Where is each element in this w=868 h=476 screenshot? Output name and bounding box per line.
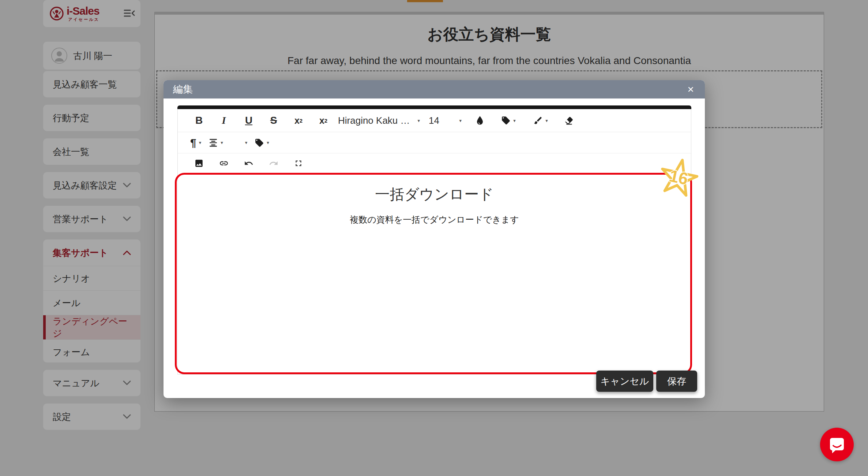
- edit-modal: 編集 × B I U S x2 x2 Hiragino Kaku … ▾: [164, 80, 705, 398]
- subscript-button[interactable]: x2: [286, 115, 311, 126]
- image-icon: [194, 159, 204, 168]
- rich-text-editor: B I U S x2 x2 Hiragino Kaku … ▾ 14 ▾: [177, 105, 691, 375]
- chevron-down-icon: ▾: [417, 118, 420, 123]
- toolbar-row-1: B I U S x2 x2 Hiragino Kaku … ▾ 14 ▾: [178, 109, 691, 132]
- cancel-button[interactable]: キャンセル: [596, 371, 653, 392]
- chevron-down-icon: ▾: [245, 140, 248, 145]
- paint-format-button[interactable]: ▾: [525, 116, 557, 125]
- fullscreen-icon: [294, 159, 303, 168]
- tag-icon: [501, 116, 511, 125]
- toolbar-row-3: [178, 153, 691, 173]
- undo-button[interactable]: [236, 159, 261, 168]
- editor-body-text: 複数の資料を一括でダウンロードできます: [178, 214, 691, 226]
- insert-link-button[interactable]: [211, 159, 236, 168]
- editor-top-bar: [177, 105, 691, 109]
- redo-icon: [269, 159, 278, 168]
- editor-content-area[interactable]: 一括ダウンロード 複数の資料を一括でダウンロードできます: [178, 173, 691, 374]
- toolbar-row-2: ¶ ▾ ▾ ▾ ▾: [178, 132, 691, 153]
- style-tag-button[interactable]: ▾: [255, 138, 269, 148]
- chevron-down-icon: ▾: [459, 118, 462, 123]
- font-family-value: Hiragino Kaku …: [338, 115, 410, 126]
- brush-icon: [533, 116, 543, 125]
- droplet-icon: [476, 116, 484, 125]
- redo-button[interactable]: [261, 159, 286, 168]
- fullscreen-button[interactable]: [286, 159, 311, 168]
- modal-header: 編集 ×: [164, 80, 705, 98]
- screen: i-Sales アイセールス 古川 陽一 見込み顧客一覧: [0, 0, 868, 476]
- chevron-down-icon: ▾: [199, 140, 202, 145]
- chevron-down-icon: ▾: [221, 140, 223, 145]
- font-size-value: 14: [429, 115, 439, 126]
- editor-heading: 一括ダウンロード: [178, 173, 691, 203]
- italic-button[interactable]: I: [211, 115, 236, 126]
- highlight-tag-button[interactable]: ▾: [492, 116, 525, 125]
- font-size-select[interactable]: 14 ▾: [424, 115, 467, 126]
- chat-launcher-button[interactable]: [820, 428, 854, 461]
- close-icon[interactable]: ×: [686, 84, 695, 95]
- link-icon: [219, 159, 229, 168]
- modal-title: 編集: [173, 83, 193, 96]
- chevron-down-icon: ▾: [513, 118, 516, 123]
- undo-icon: [244, 159, 253, 168]
- strikethrough-button[interactable]: S: [261, 115, 286, 126]
- text-color-button[interactable]: [467, 116, 492, 125]
- font-family-select[interactable]: Hiragino Kaku … ▾: [336, 115, 424, 127]
- align-center-icon: [208, 138, 218, 148]
- chevron-down-icon: ▾: [545, 118, 548, 123]
- paragraph-format-button[interactable]: ¶ ▾: [190, 137, 201, 149]
- line-height-select[interactable]: ▾: [245, 140, 248, 145]
- align-button[interactable]: ▾: [208, 138, 223, 148]
- chevron-down-icon: ▾: [267, 140, 269, 145]
- chat-bubble-icon: [827, 435, 846, 454]
- insert-image-button[interactable]: [187, 159, 211, 168]
- superscript-button[interactable]: x2: [311, 115, 336, 126]
- bold-button[interactable]: B: [187, 115, 211, 126]
- clear-format-button[interactable]: [557, 116, 582, 125]
- save-button[interactable]: 保存: [656, 371, 697, 392]
- tag-icon: [255, 138, 264, 148]
- underline-button[interactable]: U: [236, 115, 261, 126]
- eraser-icon: [564, 116, 574, 125]
- annotation-star-badge: 16: [654, 154, 703, 203]
